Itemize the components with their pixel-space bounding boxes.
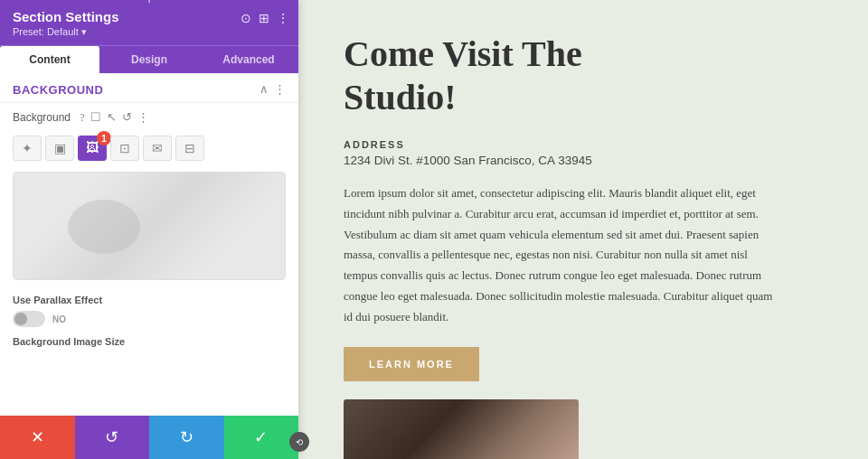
image-icon: 🖼 xyxy=(86,141,99,155)
redo-button[interactable]: ↻ xyxy=(149,416,224,459)
address-label: ADDRESS xyxy=(344,139,823,150)
address-text: 1234 Divi St. #1000 San Francisco, CA 33… xyxy=(344,154,823,167)
section-header-icons: ∧ ⋮ xyxy=(259,82,286,97)
tab-content[interactable]: Content xyxy=(0,46,99,73)
arrow-icon[interactable]: ↖ xyxy=(107,110,117,125)
section-more-icon[interactable]: ⋮ xyxy=(274,82,286,97)
parallax-section: Use Parallax Effect NO xyxy=(0,287,298,331)
drag-handle[interactable]: ⟲ xyxy=(289,432,309,452)
bg-image-preview[interactable] xyxy=(13,172,286,280)
bottom-bar: ✕ ↺ ↻ ✓ ⟲ xyxy=(0,416,298,459)
confirm-icon: ✓ xyxy=(254,427,268,447)
video-icon: ⊡ xyxy=(119,141,130,156)
pattern-icon: ✉ xyxy=(152,141,163,156)
reset-icon[interactable]: ↺ xyxy=(122,110,132,125)
color-icon: ▣ xyxy=(54,141,66,156)
undo-icon: ↺ xyxy=(105,427,118,447)
cancel-icon: ✕ xyxy=(31,427,44,447)
background-section-title: Background xyxy=(13,83,103,97)
content-area: Come Visit TheStudio! ADDRESS 1234 Divi … xyxy=(298,0,868,459)
image-badge: 1 xyxy=(97,131,111,145)
gradient-icon: ✦ xyxy=(22,141,33,156)
background-label-row: Background ? ☐ ↖ ↺ ⋮ xyxy=(0,103,298,132)
background-section-header: Background ∧ ⋮ xyxy=(0,73,298,103)
page-title: Come Visit TheStudio! xyxy=(344,33,823,119)
toggle-knob xyxy=(14,313,27,325)
body-text: Lorem ipsum dolor sit amet, consectetur … xyxy=(344,183,778,327)
panel-body: Background ∧ ⋮ Background ? ☐ ↖ ↺ ⋮ ✦ ▣ … xyxy=(0,73,298,459)
bg-type-mask[interactable]: ⊟ xyxy=(175,136,204,161)
settings-panel: + Section Settings Preset: Default ▾ ⊙ ⊞… xyxy=(0,0,298,459)
grid-icon[interactable]: ⊞ xyxy=(259,11,269,26)
background-field-label: Background xyxy=(13,111,71,124)
mask-icon: ⊟ xyxy=(184,141,195,156)
undo-button[interactable]: ↺ xyxy=(75,416,150,459)
bg-type-buttons: ✦ ▣ 🖼 1 ⊡ ✉ ⊟ xyxy=(0,132,298,168)
panel-preset[interactable]: Preset: Default ▾ xyxy=(13,26,286,38)
bg-type-video[interactable]: ⊡ xyxy=(110,136,139,161)
bottom-image xyxy=(344,399,579,459)
bg-size-label: Background Image Size xyxy=(13,336,286,347)
tab-design[interactable]: Design xyxy=(99,46,199,73)
panel-header-icons: ⊙ ⊞ ⋮ xyxy=(241,11,289,26)
cancel-button[interactable]: ✕ xyxy=(0,416,75,459)
drag-icon: ⟲ xyxy=(296,437,303,447)
bg-type-color[interactable]: ▣ xyxy=(45,136,74,161)
visibility-icon[interactable]: ⊙ xyxy=(241,11,251,26)
panel-tabs: Content Design Advanced xyxy=(0,45,298,73)
help-icon[interactable]: ? xyxy=(80,110,85,125)
bg-type-gradient[interactable]: ✦ xyxy=(13,136,42,161)
learn-more-button[interactable]: LEARN MORE xyxy=(344,347,479,381)
copy-icon[interactable]: ☐ xyxy=(90,110,101,125)
bg-preview-inner xyxy=(14,173,285,279)
parallax-toggle[interactable] xyxy=(13,311,45,327)
bg-type-pattern[interactable]: ✉ xyxy=(143,136,172,161)
parallax-toggle-row: NO xyxy=(13,311,286,327)
toggle-value: NO xyxy=(52,314,66,324)
collapse-icon[interactable]: ∧ xyxy=(259,82,269,97)
redo-icon: ↻ xyxy=(180,427,193,447)
tab-advanced[interactable]: Advanced xyxy=(199,46,298,73)
more-options-icon[interactable]: ⋮ xyxy=(277,11,289,26)
bg-type-image[interactable]: 🖼 1 xyxy=(78,136,107,161)
bg-preview-blob xyxy=(68,200,140,254)
confirm-button[interactable]: ✓ xyxy=(224,416,299,459)
parallax-label: Use Parallax Effect xyxy=(13,295,286,305)
bg-size-section: Background Image Size xyxy=(0,331,298,351)
bg-more-icon[interactable]: ⋮ xyxy=(137,110,149,125)
